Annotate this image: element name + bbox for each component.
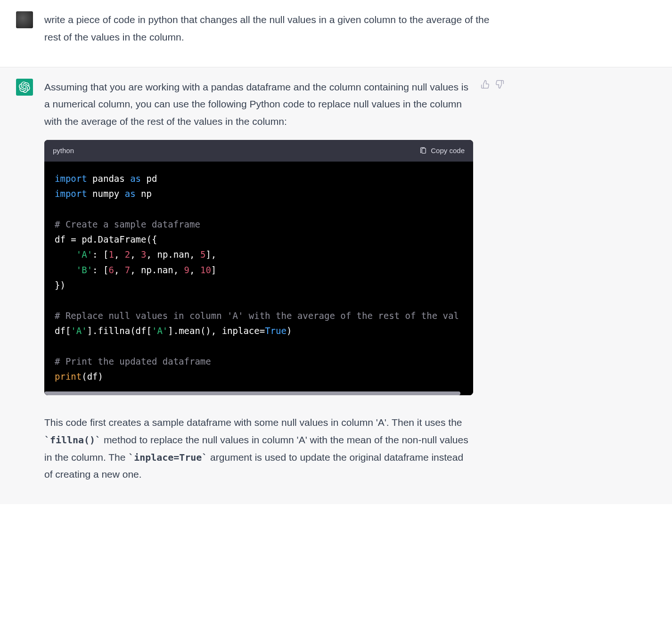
code-block: python Copy code import pandas as pd imp… [44,140,473,395]
thumbs-up-button[interactable] [481,80,490,91]
assistant-outro-text: This code first creates a sample datafra… [44,414,473,483]
thumbs-down-icon [495,80,504,89]
assistant-intro-text: Assuming that you are working with a pan… [44,79,473,130]
code-block-header: python Copy code [44,140,473,162]
avatar-column [16,11,33,56]
user-avatar [16,11,33,28]
assistant-avatar [16,79,33,96]
thumbs-up-icon [481,80,490,89]
user-content: write a piece of code in python that cha… [44,11,516,56]
openai-logo-icon [19,81,30,93]
user-message-text: write a piece of code in python that cha… [44,11,504,46]
code-language-label: python [53,145,74,157]
inline-code: `inplace=True` [128,452,207,463]
inline-code: `fillna()` [44,434,101,446]
copy-code-label: Copy code [431,145,465,157]
thumbs-down-button[interactable] [495,80,504,91]
horizontal-scrollbar[interactable] [44,391,473,395]
assistant-message-row: Assuming that you are working with a pan… [0,67,672,505]
assistant-content: Assuming that you are working with a pan… [44,79,516,493]
user-message-row: write a piece of code in python that cha… [0,0,672,67]
avatar-column [16,79,33,493]
clipboard-icon [419,147,427,155]
feedback-buttons [481,79,504,91]
code-content[interactable]: import pandas as pd import numpy as np #… [44,162,473,391]
copy-code-button[interactable]: Copy code [419,145,465,157]
svg-rect-0 [422,148,426,154]
